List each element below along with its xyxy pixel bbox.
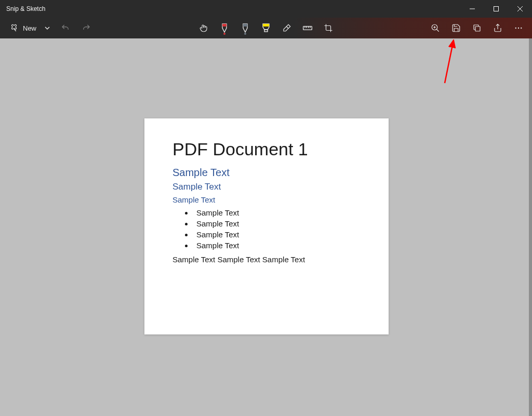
list-item: Sample Text (193, 207, 361, 218)
zoom-button[interactable] (425, 18, 446, 38)
window-controls (460, 0, 532, 18)
crop-button[interactable] (318, 18, 339, 38)
heading-4: Sample Text (172, 195, 361, 204)
toolbar-right-group (425, 18, 532, 38)
list-item: Sample Text (193, 229, 361, 240)
undo-button[interactable] (55, 18, 76, 38)
list-item: Sample Text (193, 218, 361, 229)
redo-button[interactable] (76, 18, 97, 38)
ballpoint-pen-button[interactable] (214, 18, 235, 38)
eraser-button[interactable] (276, 18, 297, 38)
svg-line-12 (436, 29, 439, 32)
app-title: Snip & Sketch (0, 5, 45, 12)
svg-rect-4 (263, 24, 269, 26)
document-title: PDF Document 1 (172, 139, 361, 159)
list-item: Sample Text (193, 240, 361, 251)
svg-point-17 (515, 28, 516, 29)
heading-2: Sample Text (172, 167, 361, 179)
toolbar: New (0, 18, 532, 38)
svg-point-18 (518, 28, 519, 29)
share-button[interactable] (487, 18, 508, 38)
more-button[interactable] (508, 18, 529, 38)
highlighter-button[interactable] (256, 18, 276, 38)
toolbar-center-group (193, 18, 339, 38)
vertical-scrollbar[interactable] (529, 38, 532, 416)
save-button[interactable] (446, 18, 467, 38)
ruler-button[interactable] (297, 18, 318, 38)
svg-rect-15 (475, 26, 480, 31)
close-button[interactable] (508, 0, 532, 18)
minimize-button[interactable] (460, 0, 484, 18)
svg-line-20 (445, 43, 453, 83)
canvas-area[interactable]: PDF Document 1 Sample Text Sample Text S… (0, 38, 532, 416)
svg-point-19 (521, 28, 522, 29)
svg-rect-1 (494, 7, 499, 11)
new-snip-button[interactable]: New (4, 18, 39, 38)
new-snip-dropdown[interactable] (39, 18, 55, 38)
svg-rect-6 (303, 26, 312, 30)
title-bar: Snip & Sketch (0, 0, 532, 18)
toolbar-left-group: New (0, 18, 97, 38)
bullet-list: Sample Text Sample Text Sample Text Samp… (193, 207, 361, 251)
svg-rect-5 (264, 30, 268, 32)
snip-icon (9, 23, 19, 33)
annotation-arrow (441, 39, 461, 86)
ballpoint-color-indicator (223, 33, 225, 35)
paragraph: Sample Text Sample Text Sample Text (172, 255, 361, 264)
heading-3: Sample Text (172, 182, 361, 192)
maximize-button[interactable] (484, 0, 508, 18)
new-button-label: New (23, 24, 36, 32)
copy-button[interactable] (467, 18, 487, 38)
captured-document: PDF Document 1 Sample Text Sample Text S… (144, 118, 389, 334)
app-window: Snip & Sketch New (0, 0, 532, 416)
touch-writing-button[interactable] (193, 18, 214, 38)
pencil-color-indicator (244, 33, 246, 35)
pencil-button[interactable] (235, 18, 256, 38)
